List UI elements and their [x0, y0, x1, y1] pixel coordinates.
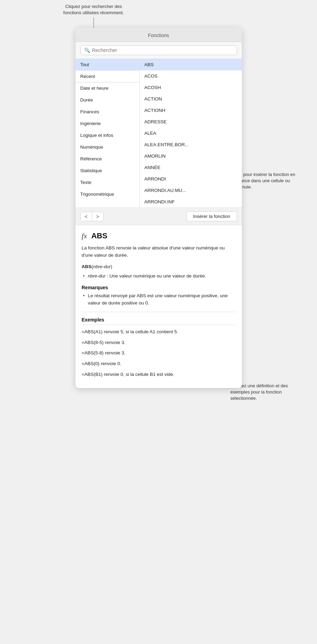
category-item[interactable]: Logique et infos [76, 130, 139, 141]
function-item[interactable]: ALEA [140, 127, 242, 139]
list-area: ToutRécentDate et heureDuréeFinancesIngé… [76, 59, 242, 208]
remark-item: Le résultat renvoyé par ABS est une vale… [82, 292, 236, 307]
function-column: ABSACOSACOSHACTIONACTIONHADRESSEALEAALEA… [140, 59, 242, 208]
category-item[interactable]: Trigonométrique [76, 188, 139, 200]
search-bar: 🔍 [76, 42, 242, 59]
function-item[interactable]: ANNÉE [140, 162, 242, 173]
description-area: fx ABS La fonction ABS renvoie la valeur… [76, 225, 242, 388]
syntax-param: nbre-dur [93, 264, 111, 269]
remarks-list: Le résultat renvoyé par ABS est une vale… [82, 292, 236, 307]
category-item[interactable]: Finances [76, 106, 139, 118]
category-item[interactable]: Numérique [76, 141, 139, 153]
function-item[interactable]: ACOSH [140, 82, 242, 93]
param-list: nbre-dur : Une valeur numérique ou une v… [82, 273, 236, 280]
callout-top: Cliquez pour rechercher des fonctions ut… [52, 3, 135, 31]
category-item[interactable]: Récent [76, 71, 139, 82]
function-item[interactable]: ARRONDI.AU.MU... [140, 185, 242, 196]
category-item[interactable]: Statistique [76, 165, 139, 177]
function-item[interactable]: ALEA.ENTRE.BOR... [140, 139, 242, 150]
toolbar: < > Insérer la fonction [76, 208, 242, 225]
search-input-wrapper[interactable]: 🔍 [80, 45, 237, 55]
func-syntax: ABS(nbre-dur) [82, 264, 236, 269]
insert-function-button[interactable]: Insérer la fonction [186, 211, 237, 221]
syntax-name: ABS [82, 264, 92, 269]
function-item[interactable]: AMORLIN [140, 150, 242, 162]
divider [82, 312, 236, 312]
example-item: =ABS(B1) renvoie 0, si la cellule B1 est… [82, 371, 236, 378]
nav-buttons: < > [80, 212, 104, 221]
examples-title: Exemples [82, 317, 236, 323]
search-input[interactable] [92, 47, 233, 53]
remarks-title: Remarques [82, 285, 236, 290]
function-item[interactable]: ACTIONH [140, 105, 242, 116]
category-item[interactable]: Tout [76, 59, 139, 71]
category-item[interactable]: Durée [76, 94, 139, 106]
examples-divider [82, 325, 236, 325]
panel-title: Fonctions [76, 28, 242, 42]
function-item[interactable]: ACOS [140, 70, 242, 82]
example-item: =ABS(0) renvoie 0. [82, 360, 236, 368]
func-title-row: fx ABS [82, 231, 236, 240]
func-description: La fonction ABS renvoie la valeur absolu… [82, 245, 236, 259]
category-item[interactable]: Ingénierie [76, 118, 139, 130]
examples-list: =ABS(A1) renvoie 5, si la cellule A1 con… [82, 328, 236, 379]
function-item[interactable]: ADRESSE [140, 116, 242, 127]
category-item[interactable]: Date et heure [76, 82, 139, 94]
func-name: ABS [91, 231, 107, 240]
function-item[interactable]: ABS [140, 59, 242, 70]
example-item: =ABS(5-8) renvoie 3. [82, 350, 236, 357]
fx-icon: fx [82, 231, 87, 240]
category-item[interactable]: Référence [76, 153, 139, 165]
param-item: nbre-dur : Une valeur numérique ou une v… [82, 273, 236, 280]
functions-panel: Fonctions 🔍 ToutRécentDate et heureDurée… [76, 28, 242, 388]
function-item[interactable]: ARRONDI.INF [140, 196, 242, 208]
function-item[interactable]: ARRONDI [140, 173, 242, 185]
function-item[interactable]: ACTION [140, 93, 242, 105]
category-item[interactable]: Texte [76, 177, 139, 188]
example-item: =ABS(A1) renvoie 5, si la cellule A1 con… [82, 328, 236, 336]
category-column: ToutRécentDate et heureDuréeFinancesIngé… [76, 59, 140, 208]
example-item: =ABS(8-5) renvoie 3. [82, 339, 236, 346]
prev-button[interactable]: < [81, 212, 92, 221]
next-button[interactable]: > [92, 212, 103, 221]
search-icon: 🔍 [84, 47, 90, 53]
